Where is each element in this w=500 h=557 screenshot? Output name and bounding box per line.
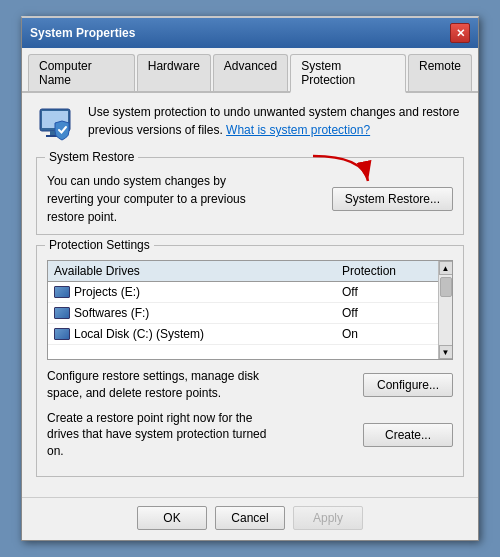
tab-system-protection[interactable]: System Protection — [290, 54, 406, 93]
drive-icon — [54, 328, 70, 340]
drives-table-wrapper: Available Drives Protection Projects (E:… — [47, 260, 453, 360]
configure-description: Configure restore settings, manage disk … — [47, 368, 267, 402]
scroll-thumb[interactable] — [440, 277, 452, 297]
drives-table: Available Drives Protection Projects (E:… — [48, 261, 438, 359]
drive-name-f: Softwares (F:) — [54, 306, 342, 320]
shield-computer-icon — [36, 103, 78, 145]
scroll-down-arrow[interactable]: ▼ — [439, 345, 453, 359]
window-title: System Properties — [30, 26, 135, 40]
protection-settings-label: Protection Settings — [45, 238, 154, 252]
table-row[interactable]: Projects (E:) Off — [48, 282, 438, 303]
apply-button[interactable]: Apply — [293, 506, 363, 530]
tab-computer-name[interactable]: Computer Name — [28, 54, 135, 91]
system-properties-window: System Properties ✕ Computer Name Hardwa… — [21, 16, 479, 541]
scroll-up-arrow[interactable]: ▲ — [439, 261, 453, 275]
title-bar: System Properties ✕ — [22, 18, 478, 48]
tab-content: Use system protection to undo unwanted s… — [22, 93, 478, 497]
create-button[interactable]: Create... — [363, 423, 453, 447]
configure-row: Configure restore settings, manage disk … — [47, 368, 453, 402]
tabs-bar: Computer Name Hardware Advanced System P… — [22, 48, 478, 93]
ok-button[interactable]: OK — [137, 506, 207, 530]
info-text: Use system protection to undo unwanted s… — [88, 103, 464, 139]
create-row: Create a restore point right now for the… — [47, 410, 453, 460]
drive-name-c: Local Disk (C:) (System) — [54, 327, 342, 341]
system-restore-label: System Restore — [45, 150, 138, 164]
tab-hardware[interactable]: Hardware — [137, 54, 211, 91]
drive-protection-e: Off — [342, 285, 432, 299]
table-row[interactable]: Softwares (F:) Off — [48, 303, 438, 324]
column-header-protection: Protection — [342, 264, 432, 278]
what-is-system-protection-link[interactable]: What is system protection? — [226, 123, 370, 137]
arrow-container: System Restore... — [332, 187, 453, 211]
vertical-scrollbar[interactable]: ▲ ▼ — [438, 261, 452, 359]
tab-remote[interactable]: Remote — [408, 54, 472, 91]
protection-settings-group: Protection Settings Available Drives Pro… — [36, 245, 464, 477]
column-header-drives: Available Drives — [54, 264, 342, 278]
drive-protection-f: Off — [342, 306, 432, 320]
footer: OK Cancel Apply — [22, 497, 478, 540]
tab-advanced[interactable]: Advanced — [213, 54, 288, 91]
system-restore-description: You can undo system changes by reverting… — [47, 172, 247, 226]
close-button[interactable]: ✕ — [450, 23, 470, 43]
drive-icon — [54, 307, 70, 319]
drive-icon — [54, 286, 70, 298]
table-row[interactable]: Local Disk (C:) (System) On — [48, 324, 438, 345]
configure-button[interactable]: Configure... — [363, 373, 453, 397]
cancel-button[interactable]: Cancel — [215, 506, 285, 530]
system-restore-inner: You can undo system changes by reverting… — [47, 166, 453, 226]
drive-protection-c: On — [342, 327, 432, 341]
create-description: Create a restore point right now for the… — [47, 410, 267, 460]
info-section: Use system protection to undo unwanted s… — [36, 103, 464, 145]
drives-table-header: Available Drives Protection — [48, 261, 438, 282]
red-arrow-indicator — [303, 151, 383, 201]
system-restore-group: System Restore You can undo system chang… — [36, 157, 464, 235]
drive-name-e: Projects (E:) — [54, 285, 342, 299]
